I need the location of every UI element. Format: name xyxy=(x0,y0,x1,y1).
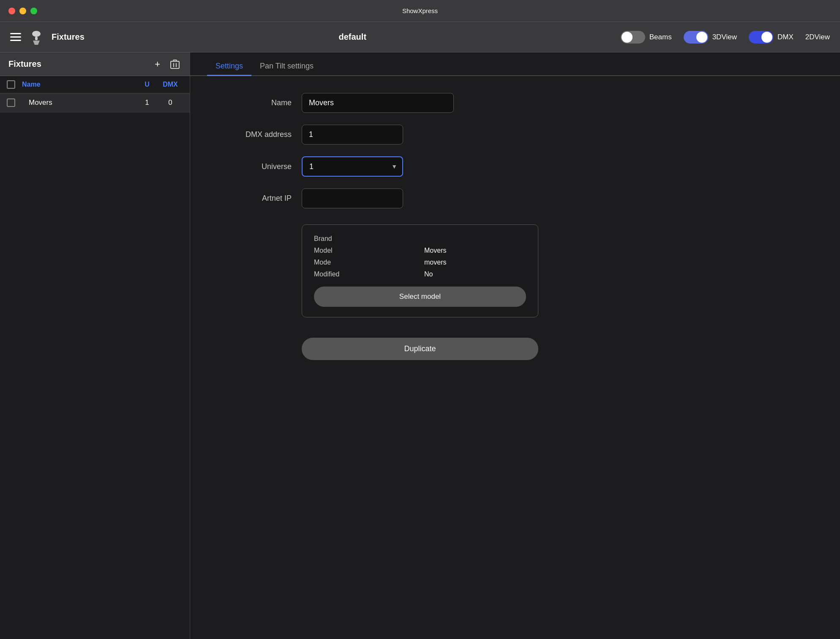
dmx-toggle-group: DMX xyxy=(749,31,794,44)
toolbar-fixtures-label: Fixtures xyxy=(52,32,85,42)
model-val: Movers xyxy=(424,247,526,254)
svg-point-0 xyxy=(32,31,41,37)
add-fixture-button[interactable]: + xyxy=(153,57,162,71)
fixture-icon xyxy=(28,29,45,46)
sidebar-header: Fixtures + xyxy=(0,52,190,76)
threed-toggle-knob xyxy=(696,32,707,43)
row-checkbox[interactable] xyxy=(7,98,15,107)
sidebar-title: Fixtures xyxy=(8,59,41,69)
dmx-address-row: DMX address xyxy=(215,125,815,145)
row-checkbox-col xyxy=(7,98,22,107)
beams-toggle[interactable] xyxy=(621,31,645,44)
svg-marker-2 xyxy=(33,41,40,45)
row-dmx: 0 xyxy=(158,98,183,107)
window-title: ShowXpress xyxy=(402,7,438,14)
beams-label: Beams xyxy=(649,33,672,41)
row-name: Movers xyxy=(29,98,136,107)
artnet-ip-input[interactable] xyxy=(302,188,403,208)
universe-select-wrapper: 1 2 3 4 5 6 7 8 ▼ xyxy=(302,156,403,177)
toolbar-left: Fixtures xyxy=(10,29,85,46)
toolbar-center: default xyxy=(93,32,612,42)
dmx-toggle-knob xyxy=(761,32,772,43)
fullscreen-button[interactable] xyxy=(30,8,37,14)
delete-fixture-button[interactable] xyxy=(169,57,181,71)
main-layout: Fixtures + Name U DMX xyxy=(0,52,840,639)
threed-label: 3DView xyxy=(712,33,737,41)
brand-val xyxy=(424,235,526,243)
info-card-container: Brand Model Movers Mode movers Modified … xyxy=(302,220,815,322)
universe-row: Universe 1 2 3 4 5 6 7 8 ▼ xyxy=(215,156,815,177)
mode-val: movers xyxy=(424,259,526,266)
tab-settings[interactable]: Settings xyxy=(207,57,251,76)
threed-toggle[interactable] xyxy=(684,31,708,44)
row-u: 1 xyxy=(136,98,158,107)
universe-label: Universe xyxy=(215,162,292,171)
threed-toggle-group: 3DView xyxy=(684,31,737,44)
brand-key: Brand xyxy=(314,235,416,243)
modified-val: No xyxy=(424,270,526,278)
table-row[interactable]: Movers 1 0 xyxy=(0,93,190,112)
artnet-ip-row: Artnet IP xyxy=(215,188,815,208)
svg-rect-1 xyxy=(35,37,38,40)
universe-select[interactable]: 1 2 3 4 5 6 7 8 xyxy=(302,156,403,177)
name-label: Name xyxy=(215,98,292,107)
minimize-button[interactable] xyxy=(19,8,26,14)
select-model-button[interactable]: Select model xyxy=(314,287,526,307)
info-card-grid: Brand Model Movers Mode movers Modified … xyxy=(314,235,526,278)
header-checkbox[interactable] xyxy=(7,80,15,89)
tabs-bar: Settings Pan Tilt settings xyxy=(190,52,840,76)
name-row: Name xyxy=(215,93,815,113)
toolbar: Fixtures default Beams 3DView DMX 2DView xyxy=(0,22,840,52)
traffic-lights xyxy=(8,8,37,14)
model-key: Model xyxy=(314,247,416,254)
close-button[interactable] xyxy=(8,8,15,14)
sidebar: Fixtures + Name U DMX xyxy=(0,52,190,639)
beams-toggle-knob xyxy=(622,32,633,43)
title-bar: ShowXpress xyxy=(0,0,840,22)
content-area: Settings Pan Tilt settings Name DMX addr… xyxy=(190,52,840,639)
form-area: Name DMX address Universe 1 2 3 4 5 xyxy=(190,76,840,377)
beams-toggle-group: Beams xyxy=(621,31,672,44)
header-dmx: DMX xyxy=(158,81,183,88)
artnet-ip-label: Artnet IP xyxy=(215,194,292,203)
duplicate-container: Duplicate xyxy=(302,333,815,360)
dmx-label: DMX xyxy=(777,33,794,41)
info-card: Brand Model Movers Mode movers Modified … xyxy=(302,224,538,317)
dmx-address-input[interactable] xyxy=(302,125,403,145)
twod-label: 2DView xyxy=(805,33,830,41)
svg-rect-3 xyxy=(171,61,179,68)
modified-key: Modified xyxy=(314,270,416,278)
mode-key: Mode xyxy=(314,259,416,266)
menu-icon[interactable] xyxy=(10,33,21,41)
header-name: Name xyxy=(22,81,136,88)
header-checkbox-col xyxy=(7,80,22,89)
table-header: Name U DMX xyxy=(0,76,190,93)
header-u: U xyxy=(136,81,158,88)
duplicate-button[interactable]: Duplicate xyxy=(302,338,538,360)
name-input[interactable] xyxy=(302,93,454,113)
scene-name: default xyxy=(338,32,366,42)
toolbar-right: Beams 3DView DMX 2DView xyxy=(621,31,830,44)
dmx-address-label: DMX address xyxy=(215,130,292,139)
tab-pan-tilt[interactable]: Pan Tilt settings xyxy=(251,57,322,76)
sidebar-header-actions: + xyxy=(153,57,181,71)
dmx-toggle[interactable] xyxy=(749,31,773,44)
